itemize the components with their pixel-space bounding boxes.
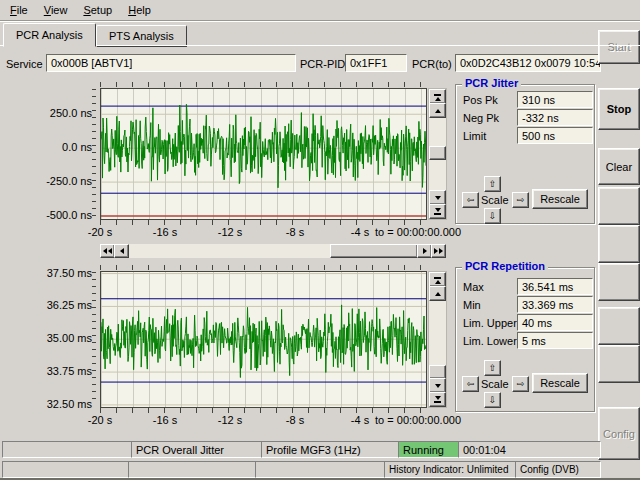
blank-button-4[interactable] (598, 307, 640, 345)
scroll-left-button[interactable] (114, 244, 129, 258)
jitter-limit-label: Limit (463, 130, 486, 142)
jitter-chart-y-axis: 250.0 ns0.0 ns-250.0 ns-500.0 ns (18, 88, 92, 218)
repetition-chart-top-ticks (100, 265, 425, 270)
scroll-jump-bottom-button[interactable] (429, 204, 446, 219)
lim-lower-field: 5 ms (517, 332, 593, 349)
pcr-jitter-panel-title: PCR Jitter (462, 77, 521, 89)
pcr-repetition-panel-title: PCR Repetition (462, 260, 548, 272)
pos-pk-label: Pos Pk (463, 94, 498, 106)
y-tick-label: 0.0 ns (62, 141, 92, 153)
menu-file[interactable]: File (2, 2, 36, 18)
scroll-far-right-button[interactable] (431, 244, 446, 258)
jitter-scale-down-button[interactable]: ⇩ (484, 208, 501, 224)
status-elapsed-time: 00:01:04 (458, 441, 601, 458)
jitter-chart-top-ticks (100, 82, 425, 87)
y-tick-label: 33.75 ms (47, 365, 92, 377)
tab-pts-analysis[interactable]: PTS Analysis (96, 25, 187, 47)
repetition-scale-left-button[interactable]: ⇦ (462, 376, 479, 392)
y-tick-label: 32.50 ms (47, 398, 92, 410)
jitter-limit-field: 500 ns (517, 127, 593, 144)
pcr-to-label: PCR(to) (412, 58, 452, 70)
x-tick-label: -20 s (70, 414, 130, 426)
x-axis-end-time-label: to = 00:00:00.000 (375, 226, 461, 238)
x-tick-label: -8 s (265, 414, 325, 426)
menu-bar: File View Setup Help (0, 0, 640, 21)
jitter-scale-up-button[interactable]: ⇧ (484, 176, 501, 192)
lim-lower-label: Lim. Lower (463, 335, 517, 347)
stop-button[interactable]: Stop (598, 88, 640, 130)
y-tick-label: -500.0 ns (46, 209, 92, 221)
pcr-to-field: 0x0D2C43B12 0x0079 10:54:4 (455, 54, 601, 72)
x-tick-label: -12 s (200, 226, 260, 238)
jitter-rescale-button[interactable]: Rescale (532, 189, 588, 209)
time-hscrollbar[interactable] (100, 244, 445, 258)
status-running: Running (398, 441, 465, 458)
status-measurement: PCR Overall Jitter (131, 441, 268, 458)
service-label: Service (6, 58, 43, 70)
pos-pk-field: 310 ns (517, 91, 593, 108)
y-tick-label: 36.25 ms (47, 299, 92, 311)
scroll-far-left-button[interactable] (100, 244, 115, 258)
repetition-scale-right-button[interactable]: ⇨ (512, 376, 529, 392)
pcr-repetition-plot (100, 271, 427, 408)
scroll-jump-top-button[interactable] (429, 89, 446, 104)
clear-button[interactable]: Clear (598, 148, 640, 185)
scroll-jump-bottom-button[interactable] (429, 392, 446, 407)
menu-setup[interactable]: Setup (75, 2, 120, 18)
menu-view[interactable]: View (36, 2, 76, 18)
repetition-chart-x-axis: -20 s-16 s-12 s-8 s-4 sto = 00:00:00.000 (100, 414, 425, 427)
repetition-rescale-button[interactable]: Rescale (532, 373, 588, 393)
repetition-scale-up-button[interactable]: ⇧ (484, 360, 501, 376)
lim-upper-field: 40 ms (517, 314, 593, 331)
jitter-scale-label: Scale (481, 194, 509, 206)
y-tick-label: 250.0 ns (50, 107, 92, 119)
repetition-vscroll-thumb[interactable] (429, 365, 446, 379)
start-button[interactable]: Start (598, 30, 640, 64)
status2-cell-empty-1 (2, 461, 134, 478)
blank-button-1[interactable] (598, 187, 640, 225)
status2-cell-empty-3 (255, 461, 391, 478)
scroll-down-button[interactable] (429, 378, 446, 393)
jitter-chart-x-axis: -20 s-16 s-12 s-8 s-4 sto = 00:00:00.000 (100, 226, 425, 239)
scroll-right-button[interactable] (417, 244, 432, 258)
pcr-analyzer-window: File View Setup Help PCR Analysis PTS An… (0, 0, 640, 480)
neg-pk-field: -332 ns (517, 109, 593, 126)
jitter-scale-left-button[interactable]: ⇦ (462, 192, 479, 208)
neg-pk-label: Neg Pk (463, 112, 499, 124)
y-tick-label: -250.0 ns (46, 175, 92, 187)
min-label: Min (463, 299, 481, 311)
jitter-vscrollbar[interactable] (428, 88, 447, 220)
time-hscroll-thumb[interactable] (330, 244, 418, 258)
blank-button-3[interactable] (598, 263, 640, 301)
scroll-down-button[interactable] (429, 190, 446, 205)
x-tick-label: -16 s (135, 414, 195, 426)
blank-button-2[interactable] (598, 225, 640, 263)
x-axis-end-time-label: to = 00:00:00.000 (375, 414, 461, 426)
y-tick-label: 37.50 ms (47, 267, 92, 279)
status-history-indicator: History Indicator: Unlimited (384, 461, 522, 478)
jitter-scale-right-button[interactable]: ⇨ (512, 192, 529, 208)
menu-help[interactable]: Help (120, 2, 159, 18)
pcr-jitter-plot (100, 88, 427, 220)
blank-button-5[interactable] (598, 345, 640, 383)
page-top-border (0, 45, 640, 46)
service-field[interactable]: 0x000B [ABTV1] (46, 54, 296, 72)
repetition-scale-down-button[interactable]: ⇩ (484, 392, 501, 408)
status2-cell-empty-2 (128, 461, 262, 478)
min-field: 33.369 ms (517, 296, 593, 313)
max-field: 36.541 ms (517, 278, 593, 295)
repetition-chart-y-axis: 37.50 ms36.25 ms35.00 ms33.75 ms32.50 ms (18, 271, 92, 406)
tab-pcr-analysis[interactable]: PCR Analysis (3, 23, 96, 47)
scroll-up-button[interactable] (429, 103, 446, 118)
jitter-vscroll-thumb[interactable] (429, 146, 446, 160)
config-button[interactable]: Config (598, 407, 640, 460)
scroll-up-button[interactable] (429, 286, 446, 301)
x-tick-label: -20 s (70, 226, 130, 238)
repetition-vscrollbar[interactable] (428, 271, 447, 408)
status-config-standard: Config (DVB) (515, 461, 601, 478)
repetition-chart-bottom-ticks (100, 408, 425, 413)
jitter-chart-y-ticks (92, 89, 96, 217)
repetition-chart-y-ticks (92, 272, 96, 405)
max-label: Max (463, 281, 484, 293)
scroll-jump-top-button[interactable] (429, 272, 446, 287)
